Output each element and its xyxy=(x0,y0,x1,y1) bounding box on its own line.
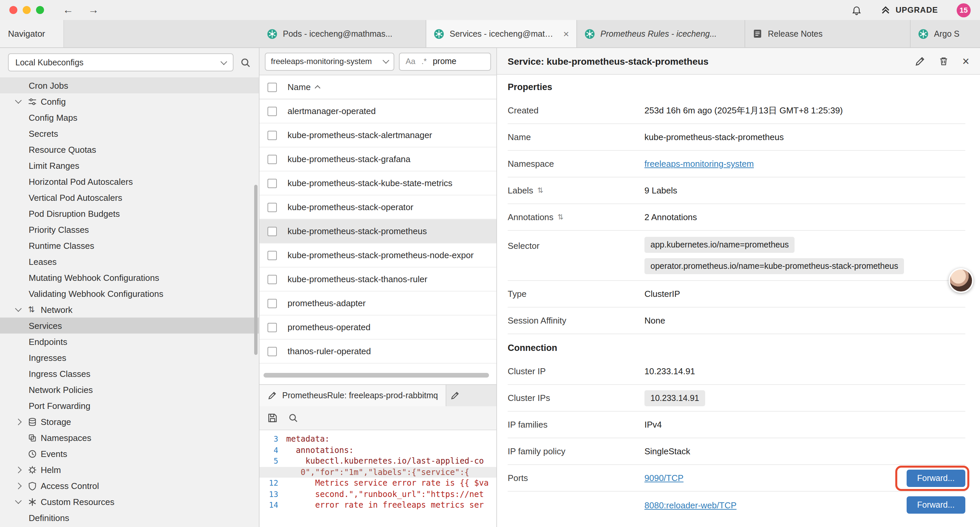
row-checkbox[interactable] xyxy=(267,323,277,332)
search-icon[interactable] xyxy=(288,413,298,423)
search-icon[interactable] xyxy=(240,57,251,68)
match-case-toggle[interactable]: Aa xyxy=(406,57,415,66)
sidebar-item-namespaces[interactable]: Namespaces xyxy=(0,430,259,446)
property-row-cluster-ip: Cluster IP 10.233.14.91 xyxy=(508,358,965,385)
sidebar-item-vertical-pod-autoscalers[interactable]: Vertical Pod Autoscalers xyxy=(0,189,259,205)
sidebar-item-limit-ranges[interactable]: Limit Ranges xyxy=(0,158,259,174)
close-window-button[interactable] xyxy=(10,6,18,14)
row-checkbox[interactable] xyxy=(267,202,277,212)
table-row-selected[interactable]: kube-prometheus-stack-prometheus xyxy=(259,220,496,244)
row-checkbox[interactable] xyxy=(267,347,277,356)
port-link[interactable]: 8080:reloader-web/TCP xyxy=(644,500,737,510)
namespace-link[interactable]: freeleaps-monitoring-system xyxy=(644,159,754,169)
navigator-sidebar: Local Kubeconfigs Cron Jobs xyxy=(0,48,259,527)
tab-argo[interactable]: Argo S xyxy=(911,20,980,47)
table-row[interactable]: thanos-ruler-operated xyxy=(259,339,496,363)
row-checkbox[interactable] xyxy=(267,274,277,284)
sidebar-item-services[interactable]: Services xyxy=(0,318,259,334)
sidebar-item-network[interactable]: ⇅ Network xyxy=(0,301,259,318)
notification-bell-icon[interactable] xyxy=(851,5,862,15)
kubeconfig-dropdown[interactable]: Local Kubeconfigs xyxy=(8,53,234,72)
yaml-editor[interactable]: 3metadata: 4 annotations: 5 kubectl.kube… xyxy=(259,430,496,527)
upgrade-button[interactable]: UPGRADE xyxy=(881,5,938,15)
forward-icon[interactable]: → xyxy=(88,5,99,15)
row-checkbox[interactable] xyxy=(267,299,277,308)
sidebar-item-endpoints[interactable]: Endpoints xyxy=(0,334,259,350)
sidebar-item-port-forwarding[interactable]: Port Forwarding xyxy=(0,398,259,414)
sidebar-item-cron-jobs[interactable]: Cron Jobs xyxy=(0,77,259,93)
tab-pods[interactable]: Pods - icecheng@mathmas... xyxy=(259,20,426,47)
expand-icon[interactable]: ⇅ xyxy=(538,186,543,195)
back-icon[interactable]: ← xyxy=(63,5,73,15)
delete-icon[interactable] xyxy=(939,56,949,66)
row-checkbox[interactable] xyxy=(267,154,277,164)
maximize-window-button[interactable] xyxy=(36,6,44,14)
row-checkbox[interactable] xyxy=(267,131,277,140)
navigator-pane-tab[interactable]: Navigator xyxy=(0,20,64,47)
sidebar-item-helm[interactable]: Helm xyxy=(0,462,259,478)
dock-tab-bar: PrometheusRule: freeleaps-prod-rabbitmq xyxy=(259,384,496,406)
port-forward-button[interactable]: Forward... xyxy=(906,496,965,514)
sidebar-item-ingresses[interactable]: Ingresses xyxy=(0,350,259,366)
table-row[interactable]: alertmanager-operated xyxy=(259,99,496,123)
notification-count-badge[interactable]: 15 xyxy=(957,3,970,17)
sidebar-item-horizontal-pod-autoscalers[interactable]: Horizontal Pod Autoscalers xyxy=(0,174,259,189)
sidebar-item-mutating-webhook-configurations[interactable]: Mutating Webhook Configurations xyxy=(0,269,259,285)
name-column-header[interactable]: Name xyxy=(288,82,319,92)
regex-toggle[interactable]: .* xyxy=(421,57,426,66)
sidebar-item-storage[interactable]: Storage xyxy=(0,414,259,430)
chevron-down-icon xyxy=(383,57,389,64)
dock-tab-partial[interactable] xyxy=(447,385,496,406)
table-row[interactable]: kube-prometheus-stack-alertmanager xyxy=(259,123,496,147)
table-row[interactable]: kube-prometheus-stack-prometheus-node-ex… xyxy=(259,244,496,267)
sidebar-item-leases[interactable]: Leases xyxy=(0,253,259,269)
table-row[interactable]: prometheus-adapter xyxy=(259,291,496,315)
close-icon[interactable]: × xyxy=(559,28,569,39)
asterisk-icon xyxy=(28,497,41,506)
namespace-filter-dropdown[interactable]: freeleaps-monitoring-system xyxy=(265,53,394,70)
sidebar-item-pod-disruption-budgets[interactable]: Pod Disruption Budgets xyxy=(0,205,259,221)
table-row[interactable]: kube-prometheus-stack-operator xyxy=(259,196,496,220)
row-checkbox[interactable] xyxy=(267,250,277,260)
properties-section-heading: Properties xyxy=(508,75,965,97)
sidebar-item-validating-webhook-configurations[interactable]: Validating Webhook Configurations xyxy=(0,285,259,301)
sidebar-item-custom-resources[interactable]: Custom Resources xyxy=(0,494,259,509)
sidebar-item-network-policies[interactable]: Network Policies xyxy=(0,382,259,398)
minimize-window-button[interactable] xyxy=(23,6,31,14)
sidebar-item-priority-classes[interactable]: Priority Classes xyxy=(0,221,259,237)
port-forward-button[interactable]: Forward... xyxy=(906,469,965,487)
sidebar-item-definitions[interactable]: Definitions xyxy=(0,509,259,525)
kubernetes-icon xyxy=(267,29,277,39)
user-avatar[interactable] xyxy=(949,268,973,293)
close-icon[interactable]: × xyxy=(963,55,969,67)
tab-release-notes[interactable]: Release Notes xyxy=(745,20,911,47)
row-checkbox[interactable] xyxy=(267,107,277,116)
expand-icon[interactable]: ⇅ xyxy=(557,213,563,221)
sidebar-item-access-control[interactable]: Access Control xyxy=(0,478,259,494)
horizontal-scrollbar[interactable] xyxy=(264,373,492,378)
sidebar-scrollbar[interactable] xyxy=(254,185,258,355)
tab-services[interactable]: Services - icecheng@math... × xyxy=(426,20,577,47)
sidebar-item-runtime-classes[interactable]: Runtime Classes xyxy=(0,237,259,253)
row-checkbox[interactable] xyxy=(267,178,277,188)
sidebar-item-secrets[interactable]: Secrets xyxy=(0,126,259,142)
sidebar-item-config[interactable]: Config xyxy=(0,93,259,110)
select-all-checkbox[interactable] xyxy=(267,83,277,92)
sidebar-item-events[interactable]: Events xyxy=(0,446,259,462)
table-row[interactable]: prometheus-operated xyxy=(259,315,496,339)
port-link[interactable]: 9090/TCP xyxy=(644,473,684,483)
table-row[interactable]: kube-prometheus-stack-thanos-ruler xyxy=(259,267,496,291)
row-checkbox[interactable] xyxy=(267,226,277,236)
search-input[interactable]: Aa .* prome xyxy=(399,53,491,70)
sidebar-item-resource-quotas[interactable]: Resource Quotas xyxy=(0,142,259,158)
save-icon[interactable] xyxy=(267,413,277,423)
table-row[interactable]: kube-prometheus-stack-kube-state-metrics xyxy=(259,172,496,196)
service-details-panel: Service: kube-prometheus-stack-prometheu… xyxy=(497,48,980,527)
table-row[interactable]: kube-prometheus-stack-grafana xyxy=(259,147,496,172)
sidebar-item-config-maps[interactable]: Config Maps xyxy=(0,110,259,126)
sidebar-item-ingress-classes[interactable]: Ingress Classes xyxy=(0,366,259,382)
edit-icon[interactable] xyxy=(915,56,926,66)
tab-prometheus-rules[interactable]: Prometheus Rules - icecheng... xyxy=(577,20,745,47)
dock-tab-prometheusrule[interactable]: PrometheusRule: freeleaps-prod-rabbitmq xyxy=(259,385,447,406)
chevron-down-icon xyxy=(15,97,22,104)
